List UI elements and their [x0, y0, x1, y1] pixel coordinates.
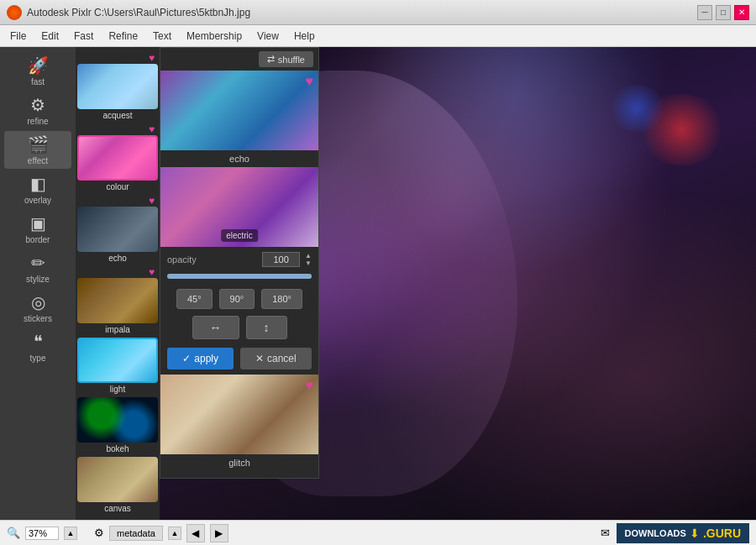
menu-membership[interactable]: Membership	[180, 28, 249, 45]
tool-overlay[interactable]: ◧ overlay	[4, 170, 71, 208]
effects-panel: ♥ acquest ♥ colour ♥ echo	[76, 47, 160, 520]
light-name: light	[77, 385, 158, 394]
refine-icon: ⚙	[30, 95, 45, 115]
stickers-icon: ◎	[31, 292, 45, 312]
impala-name: impala	[77, 325, 158, 334]
chem-burn-heart[interactable]: ♥	[149, 516, 155, 520]
settings-icon: ⚙	[94, 527, 104, 539]
metadata-button[interactable]: metadata	[109, 526, 163, 541]
app-icon	[7, 5, 22, 20]
effect-acquest[interactable]: ♥ acquest	[77, 52, 158, 120]
opacity-input[interactable]	[262, 252, 300, 267]
watermark: DOWNLOADS ⬇ .GURU	[617, 523, 749, 543]
stylize-icon: ✏	[31, 253, 45, 273]
tool-border[interactable]: ▣ border	[4, 210, 71, 248]
tool-stickers[interactable]: ◎ stickers	[4, 289, 71, 327]
swatch-echo[interactable]: ♥	[160, 71, 318, 150]
status-bar: 🔍 ▲ ⚙ metadata ▲ ◀ ▶ ✉ DOWNLOADS ⬇ .GURU	[0, 520, 756, 545]
tool-fast[interactable]: 🚀 fast	[4, 52, 71, 90]
close-button[interactable]: ✕	[734, 5, 749, 20]
opacity-arrows[interactable]: ▲ ▼	[305, 252, 312, 267]
menu-fast[interactable]: Fast	[67, 28, 100, 45]
download-icon: ⬇	[690, 527, 700, 540]
main-area: 🚀 fast ⚙ refine 🎬 effect ◧ overlay ▣ bor…	[0, 47, 756, 520]
tool-sidebar: 🚀 fast ⚙ refine 🎬 effect ◧ overlay ▣ bor…	[0, 47, 76, 520]
tool-stylize[interactable]: ✏ stylize	[4, 249, 71, 287]
echo-dots: ♥	[149, 195, 155, 207]
watermark-text: DOWNLOADS	[625, 528, 686, 538]
nav-next-button[interactable]: ▶	[210, 524, 228, 542]
maximize-button[interactable]: □	[716, 5, 731, 20]
title-text: Autodesk Pixlr C:\Users\Raul\Pictures\5k…	[27, 7, 250, 18]
stickers-label: stickers	[24, 314, 52, 323]
effect-light[interactable]: light	[77, 338, 158, 394]
apply-button[interactable]: ✓ apply	[167, 348, 234, 369]
metadata-label: metadata	[117, 528, 155, 538]
effect-colour[interactable]: ♥ colour	[77, 123, 158, 191]
shuffle-icon: ⇄	[267, 54, 275, 65]
overlay-label: overlay	[24, 196, 51, 205]
cancel-button[interactable]: ✕ cancel	[240, 348, 312, 369]
swatch-electric[interactable]: electric	[160, 167, 318, 247]
effect-canvas[interactable]: canvas	[77, 457, 158, 513]
colour-thumb[interactable]	[77, 135, 158, 181]
cancel-label: cancel	[267, 353, 297, 364]
effect-impala[interactable]: ♥ impala	[77, 266, 158, 334]
angle-row: 45° 90° 180°	[160, 286, 318, 312]
flip-vertical-button[interactable]: ↕	[246, 316, 287, 339]
menu-file[interactable]: File	[3, 28, 33, 45]
slider-row	[160, 272, 318, 286]
swatch-glitch[interactable]: ♥	[160, 375, 318, 454]
title-bar: Autodesk Pixlr C:\Users\Raul\Pictures\5k…	[0, 0, 756, 25]
shuffle-row: ⇄ shuffle	[160, 48, 318, 71]
echo-thumb[interactable]	[77, 207, 158, 252]
tool-refine[interactable]: ⚙ refine	[4, 92, 71, 129]
colour-heart[interactable]: ♥	[149, 123, 155, 135]
bokeh-name: bokeh	[77, 444, 158, 453]
minimize-button[interactable]: ─	[697, 5, 712, 20]
acquest-thumb[interactable]	[77, 64, 158, 109]
light-thumb[interactable]	[77, 338, 158, 383]
menu-refine[interactable]: Refine	[102, 28, 144, 45]
opacity-slider-track[interactable]	[167, 274, 312, 279]
effect-label: effect	[28, 156, 48, 165]
effect-icon: 🎬	[28, 134, 49, 155]
menu-text[interactable]: Text	[146, 28, 178, 45]
menu-edit[interactable]: Edit	[34, 28, 66, 45]
effect-echo[interactable]: ♥ echo	[77, 195, 158, 263]
tool-type[interactable]: ❝ type	[4, 328, 71, 366]
canvas-thumb[interactable]	[77, 457, 158, 502]
flip-horizontal-button[interactable]: ↔	[192, 316, 239, 339]
title-controls: ─ □ ✕	[697, 5, 749, 20]
swatch-echo-heart[interactable]: ♥	[306, 74, 314, 89]
zoom-input[interactable]	[25, 527, 59, 540]
opacity-row: opacity ▲ ▼	[160, 247, 318, 272]
border-label: border	[26, 235, 50, 244]
zoom-up-button[interactable]: ▲	[64, 527, 77, 540]
status-left: 🔍 ▲ ⚙ metadata ▲ ◀ ▶	[7, 524, 228, 542]
menu-view[interactable]: View	[250, 28, 286, 45]
angle-180-button[interactable]: 180°	[261, 289, 302, 309]
shuffle-label: shuffle	[278, 55, 305, 65]
overlay-icon: ◧	[30, 174, 46, 194]
refine-label: refine	[27, 117, 48, 126]
nav-prev-button[interactable]: ◀	[186, 524, 205, 542]
effect-bokeh[interactable]: bokeh	[77, 397, 158, 453]
email-icon: ✉	[601, 527, 610, 539]
angle-45-button[interactable]: 45°	[176, 289, 213, 309]
fast-icon: 🚀	[28, 55, 49, 76]
watermark-guru: .GURU	[703, 527, 741, 540]
swatch-glitch-heart[interactable]: ♥	[306, 378, 314, 393]
angle-90-button[interactable]: 90°	[219, 289, 255, 309]
canvas-name: canvas	[77, 504, 158, 513]
bokeh-thumb[interactable]	[77, 397, 158, 443]
blue-light	[607, 85, 667, 132]
shuffle-button[interactable]: ⇄ shuffle	[259, 51, 313, 67]
effect-chem-burn[interactable]: ♥ chem_burn	[77, 516, 158, 520]
tool-effect[interactable]: 🎬 effect	[4, 131, 71, 169]
echo-swatch-label: echo	[160, 150, 318, 167]
menu-help[interactable]: Help	[287, 28, 322, 45]
metadata-up-button[interactable]: ▲	[168, 527, 181, 540]
type-label: type	[30, 354, 46, 363]
impala-thumb[interactable]	[77, 278, 158, 323]
